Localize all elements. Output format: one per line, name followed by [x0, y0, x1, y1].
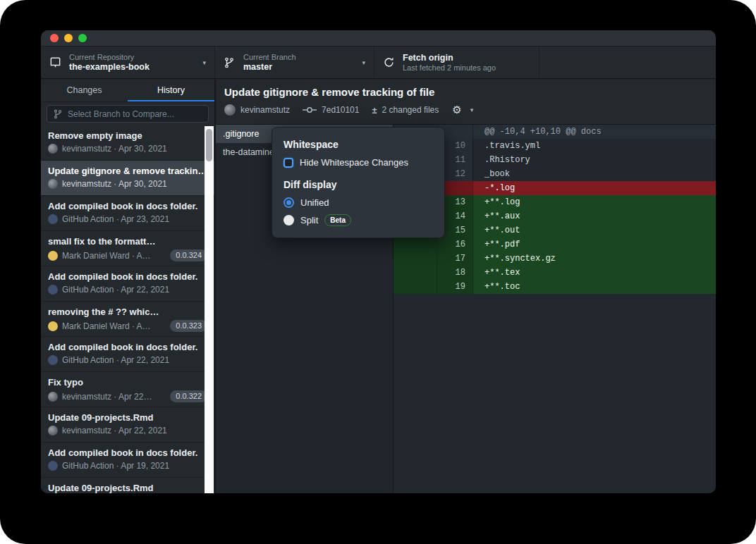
avatar: [48, 179, 58, 189]
github-desktop-window: Current Repository the-examples-book ▾ C…: [41, 30, 716, 493]
commit-title: small fix to the formatt…: [48, 236, 207, 247]
diff-display-option[interactable]: SplitBeta: [284, 214, 433, 226]
commit-list-item[interactable]: Add compiled book in docs folder.GitHub …: [41, 196, 214, 231]
commit-meta: Mark Daniel Ward · A…0.0.324: [48, 249, 207, 261]
diff-line-text: +**.log: [472, 195, 716, 209]
sidebar-tabs: Changes History: [41, 80, 214, 102]
diff-row: 18+**.tex: [394, 266, 716, 280]
diff-new-line-number: 17: [437, 252, 472, 266]
diff-row: 17+**.synctex.gz: [394, 252, 716, 266]
commit-list-item[interactable]: Add compiled book in docs folder.GitHub …: [41, 266, 214, 302]
commit-meta: kevinamstutz 7ed10101 ± 2 changed files …: [224, 104, 707, 116]
current-branch-button[interactable]: Current Branch master ▾: [215, 47, 374, 78]
commit-author-date: kevinamstutz · Apr 22…: [62, 392, 152, 402]
version-badge: 0.0.324: [170, 249, 207, 261]
diff-new-line-number: 18: [437, 266, 472, 280]
commit-icon: [303, 106, 317, 114]
tab-history[interactable]: History: [128, 80, 214, 101]
diff-line-text: +**.toc: [472, 280, 716, 294]
avatar: [48, 426, 58, 435]
scrollbar-thumb[interactable]: [206, 129, 212, 161]
commit-meta: kevinamstutz · Apr 22…0.0.322: [48, 390, 207, 402]
scrollbar-track[interactable]: [205, 126, 214, 493]
avatar: [48, 214, 58, 224]
diff-display-option[interactable]: Unified: [284, 197, 433, 208]
diff-options-popover: Whitespace Hide Whitespace Changes Diff …: [272, 127, 445, 238]
branch-compare-placeholder: Select Branch to Compare...: [68, 109, 174, 119]
commit-author-date: kevinamstutz · Apr 30, 2021: [62, 179, 167, 189]
current-repository-button[interactable]: Current Repository the-examples-book ▾: [41, 47, 215, 78]
avatar: [48, 285, 58, 295]
diff-line-text: -*.log: [472, 181, 716, 195]
checkbox-icon[interactable]: [284, 158, 293, 168]
avatar: [48, 144, 58, 154]
commit-list-item[interactable]: Update 09-projects.Rmd: [41, 478, 214, 493]
radio-icon[interactable]: [284, 215, 294, 225]
branch-icon: [224, 57, 240, 68]
avatar: [48, 251, 58, 261]
minimize-window-button[interactable]: [64, 34, 73, 42]
branch-name: master: [243, 62, 356, 73]
commit-list-item[interactable]: Remove empty imagekevinamstutz · Apr 30,…: [41, 125, 214, 161]
commit-meta: GitHub Action · Apr 19, 2021: [48, 461, 207, 471]
version-badge: 0.0.322: [170, 390, 207, 402]
diff-line-text: _book: [472, 167, 716, 181]
diff-line-text: +**.tex: [472, 266, 716, 280]
commit-title: Add compiled book in docs folder.: [48, 201, 207, 211]
diff-options-button[interactable]: ⚙ ▾: [452, 104, 473, 116]
commit-list-item[interactable]: Update gitignore & remove tracking of fi…: [41, 161, 214, 196]
commit-meta: GitHub Action · Apr 22, 2021: [48, 285, 207, 295]
commit-list-item[interactable]: removing the # ?? whic…Mark Daniel Ward …: [41, 302, 214, 337]
repo-icon: [49, 56, 66, 68]
diff-line-text: +**.aux: [472, 209, 716, 223]
avatar: [48, 321, 58, 331]
commit-list-item[interactable]: Add compiled book in docs folder.GitHub …: [41, 443, 214, 478]
commit-title: Update 09-projects.Rmd: [48, 412, 207, 423]
commit-sha: 7ed10101: [322, 105, 359, 115]
commit-title: Update gitignore & remove tracking of fi…: [48, 166, 207, 176]
diff-line-text: +**.out: [472, 223, 716, 237]
commit-title: Fix typo: [48, 377, 207, 388]
commit-meta: Mark Daniel Ward · A…0.0.323: [48, 320, 207, 332]
diff-new-line-number: 19: [437, 280, 472, 294]
diff-new-line-number: 16: [437, 237, 472, 252]
fetch-origin-button[interactable]: Fetch origin Last fetched 2 minutes ago: [374, 47, 539, 78]
hide-whitespace-option[interactable]: Hide Whitespace Changes: [284, 157, 433, 168]
commit-author-date: kevinamstutz · Apr 22, 2021: [62, 426, 167, 435]
diff-display-options: UnifiedSplitBeta: [284, 197, 433, 226]
commit-title: Update gitignore & remove tracking of fi…: [224, 86, 707, 98]
branch-compare-container: Select Branch to Compare...: [41, 102, 214, 125]
commit-list-item[interactable]: Add compiled book in docs folder.GitHub …: [41, 337, 214, 372]
radio-selected-icon[interactable]: [284, 197, 294, 208]
zoom-window-button[interactable]: [78, 34, 87, 42]
whitespace-heading: Whitespace: [284, 139, 433, 150]
commit-header: Update gitignore & remove tracking of fi…: [216, 80, 716, 125]
tab-changes[interactable]: Changes: [41, 80, 128, 101]
diff-row: 16+**.pdf: [394, 237, 716, 252]
commit-author-date: GitHub Action · Apr 22, 2021: [62, 355, 169, 365]
diff-line-text: +**.synctex.gz: [472, 252, 716, 266]
branch-icon: [53, 109, 63, 119]
toolbar-empty-area: [539, 47, 716, 78]
radio-label: Split: [300, 215, 318, 225]
diff-line-text: @@ -10,4 +10,10 @@ docs: [472, 125, 716, 139]
commit-meta: GitHub Action · Apr 23, 2021: [48, 214, 207, 224]
diff-line-text: +**.pdf: [472, 237, 716, 252]
commit-list-item[interactable]: Fix typokevinamstutz · Apr 22…0.0.322: [41, 372, 214, 407]
commit-title: Remove empty image: [48, 130, 207, 141]
avatar: [48, 392, 58, 402]
repository-name: the-examples-book: [69, 62, 197, 73]
chevron-down-icon: ▾: [202, 59, 206, 66]
branch-compare-input[interactable]: Select Branch to Compare...: [47, 105, 209, 123]
commit-list-item[interactable]: small fix to the formatt…Mark Daniel War…: [41, 231, 214, 266]
avatar: [48, 461, 58, 471]
commit-meta: kevinamstutz · Apr 30, 2021: [48, 179, 207, 189]
beta-badge: Beta: [324, 214, 351, 226]
version-badge: 0.0.323: [170, 320, 207, 332]
commit-author-date: kevinamstutz · Apr 30, 2021: [62, 144, 167, 154]
titlebar: [41, 30, 716, 47]
close-window-button[interactable]: [50, 34, 59, 42]
sync-icon: [383, 56, 400, 68]
radio-label: Unified: [300, 197, 329, 208]
commit-list-item[interactable]: Update 09-projects.Rmdkevinamstutz · Apr…: [41, 407, 214, 443]
